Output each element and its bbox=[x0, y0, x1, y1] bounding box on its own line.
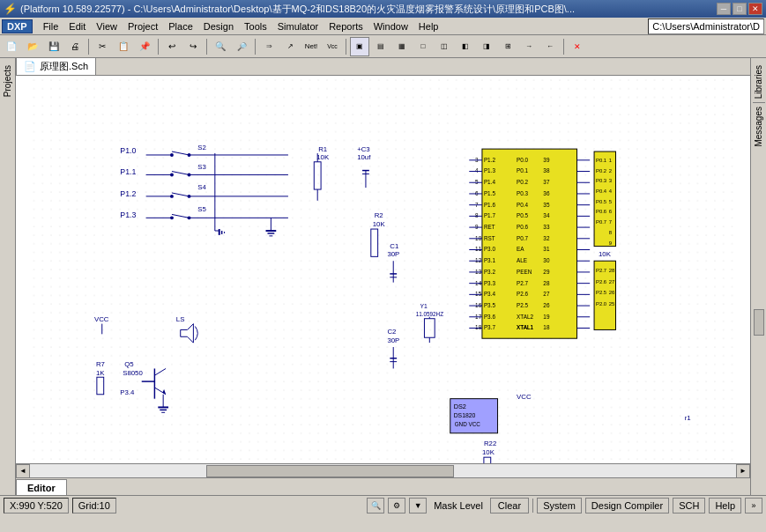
menu-help[interactable]: Help bbox=[413, 19, 444, 33]
expand-icon[interactable]: » bbox=[745, 498, 762, 514]
svg-text:28: 28 bbox=[543, 280, 550, 286]
tb-sep4 bbox=[255, 39, 256, 55]
svg-text:P2.7: P2.7 bbox=[517, 280, 529, 286]
maximize-button[interactable]: □ bbox=[733, 3, 747, 15]
menu-project[interactable]: Project bbox=[123, 19, 163, 33]
menu-view[interactable]: View bbox=[91, 19, 123, 33]
svg-text:ALE: ALE bbox=[517, 257, 527, 263]
tb-open[interactable]: 📂 bbox=[23, 37, 42, 56]
svg-text:2: 2 bbox=[609, 168, 612, 174]
svg-text:P3.5: P3.5 bbox=[484, 302, 496, 308]
filter-icon[interactable]: ▼ bbox=[409, 498, 427, 514]
svg-text:XTAL1: XTAL1 bbox=[517, 324, 533, 330]
menu-place[interactable]: Place bbox=[163, 19, 198, 33]
schematic-canvas[interactable]: P1.0 S2 P1.1 S3 P1.2 S4 bbox=[16, 76, 750, 463]
menu-simulator[interactable]: Simulator bbox=[272, 19, 324, 33]
scroll-left-btn[interactable]: ◄ bbox=[16, 464, 30, 478]
tb-new[interactable]: 📄 bbox=[2, 37, 21, 56]
svg-text:34: 34 bbox=[543, 212, 550, 218]
tb-zoom-in[interactable]: 🔍 bbox=[211, 37, 230, 56]
projects-label[interactable]: Projects bbox=[3, 65, 12, 97]
svg-text:VCC: VCC bbox=[94, 315, 109, 323]
tb-zoom-out[interactable]: 🔎 bbox=[232, 37, 251, 56]
tb-btn17[interactable]: → bbox=[519, 37, 539, 56]
libraries-label[interactable]: Libraries bbox=[754, 65, 763, 99]
schematic-tab[interactable]: 📄 原理图.Sch bbox=[16, 57, 96, 75]
svg-text:P2.5: P2.5 bbox=[517, 302, 529, 308]
svg-text:P3.2: P3.2 bbox=[484, 269, 496, 275]
title-text: (Platform 10.589.22577) - C:\Users\Admin… bbox=[20, 3, 575, 16]
menu-reports[interactable]: Reports bbox=[324, 19, 368, 33]
v-scroll-indicator bbox=[754, 309, 764, 336]
svg-text:P1.2: P1.2 bbox=[484, 157, 496, 163]
tb-btn12[interactable]: □ bbox=[413, 37, 433, 56]
menu-tools[interactable]: Tools bbox=[239, 19, 272, 33]
tb-redo[interactable]: ↪ bbox=[183, 37, 203, 56]
close-button[interactable]: ✕ bbox=[748, 3, 762, 15]
svg-point-21 bbox=[170, 195, 174, 198]
svg-text:7: 7 bbox=[609, 219, 612, 225]
tab-icon: 📄 bbox=[24, 61, 36, 72]
grid-text: Grid:10 bbox=[78, 500, 110, 511]
menu-file[interactable]: File bbox=[38, 19, 64, 33]
svg-text:P2.6: P2.6 bbox=[596, 279, 606, 284]
menu-design[interactable]: Design bbox=[198, 19, 239, 33]
tb-btn8[interactable]: Vcc bbox=[323, 37, 342, 56]
tb-btn10[interactable]: ▤ bbox=[371, 37, 390, 56]
svg-point-14 bbox=[170, 173, 174, 176]
svg-point-28 bbox=[170, 216, 174, 219]
tb-btn15[interactable]: ◨ bbox=[477, 37, 496, 56]
tb-delete[interactable]: ✕ bbox=[568, 37, 587, 56]
tb-btn14[interactable]: ◧ bbox=[456, 37, 475, 56]
design-compiler-label[interactable]: Design Compiler bbox=[585, 498, 669, 514]
svg-text:P0.3: P0.3 bbox=[517, 190, 529, 196]
svg-text:P1.3: P1.3 bbox=[120, 211, 136, 219]
tb-cut[interactable]: ✂ bbox=[93, 37, 112, 56]
svg-text:DS1820: DS1820 bbox=[454, 412, 476, 418]
help-label[interactable]: Help bbox=[709, 498, 741, 514]
minimize-button[interactable]: ─ bbox=[717, 3, 731, 15]
scroll-track[interactable] bbox=[30, 464, 736, 477]
svg-text:P0.5: P0.5 bbox=[517, 212, 529, 218]
tb-btn7[interactable]: Net! bbox=[301, 37, 321, 56]
svg-text:38: 38 bbox=[543, 167, 550, 174]
horizontal-scrollbar[interactable]: ◄ ► bbox=[16, 463, 750, 477]
tb-btn13[interactable]: ◫ bbox=[435, 37, 454, 56]
svg-point-7 bbox=[170, 153, 174, 157]
system-label[interactable]: System bbox=[537, 498, 582, 514]
dxp-logo[interactable]: DXP bbox=[2, 19, 33, 33]
messages-label[interactable]: Messages bbox=[754, 107, 763, 147]
tb-save[interactable]: 💾 bbox=[44, 37, 63, 56]
tb-btn16[interactable]: ⊞ bbox=[498, 37, 517, 56]
svg-text:RET: RET bbox=[484, 224, 495, 230]
svg-text:C2: C2 bbox=[387, 328, 396, 336]
grid-display: Grid:10 bbox=[72, 498, 116, 514]
tb-paste[interactable]: 📌 bbox=[135, 37, 154, 56]
zoom-icon[interactable]: 🔍 bbox=[367, 498, 384, 514]
tb-undo[interactable]: ↩ bbox=[162, 37, 182, 56]
svg-text:P1.0: P1.0 bbox=[120, 146, 136, 155]
svg-text:S3: S3 bbox=[197, 163, 206, 171]
svg-text:P0.5: P0.5 bbox=[596, 199, 607, 204]
svg-text:VCC: VCC bbox=[517, 393, 532, 401]
sch-label[interactable]: SCH bbox=[673, 498, 705, 514]
menu-edit[interactable]: Edit bbox=[63, 19, 91, 33]
tb-btn18[interactable]: ← bbox=[540, 37, 560, 56]
tb-btn11[interactable]: ▦ bbox=[392, 37, 412, 56]
svg-text:6: 6 bbox=[475, 190, 479, 196]
tb-btn9[interactable]: ▣ bbox=[350, 37, 369, 56]
clear-button[interactable]: Clear bbox=[490, 498, 529, 514]
scroll-right-btn[interactable]: ► bbox=[736, 464, 750, 478]
menu-window[interactable]: Window bbox=[368, 19, 413, 33]
settings-icon[interactable]: ⚙ bbox=[388, 498, 405, 514]
scroll-thumb[interactable] bbox=[206, 465, 453, 477]
tb-copy[interactable]: 📋 bbox=[114, 37, 133, 56]
tb-btn6[interactable]: ↗ bbox=[280, 37, 300, 56]
svg-text:8: 8 bbox=[475, 212, 479, 218]
tb-print[interactable]: 🖨 bbox=[65, 37, 85, 56]
svg-text:R2: R2 bbox=[375, 211, 383, 219]
svg-text:P0.4: P0.4 bbox=[517, 202, 529, 208]
svg-text:18: 18 bbox=[475, 324, 482, 330]
editor-tab[interactable]: Editor bbox=[16, 479, 67, 495]
tb-btn5[interactable]: ⇒ bbox=[259, 37, 279, 56]
